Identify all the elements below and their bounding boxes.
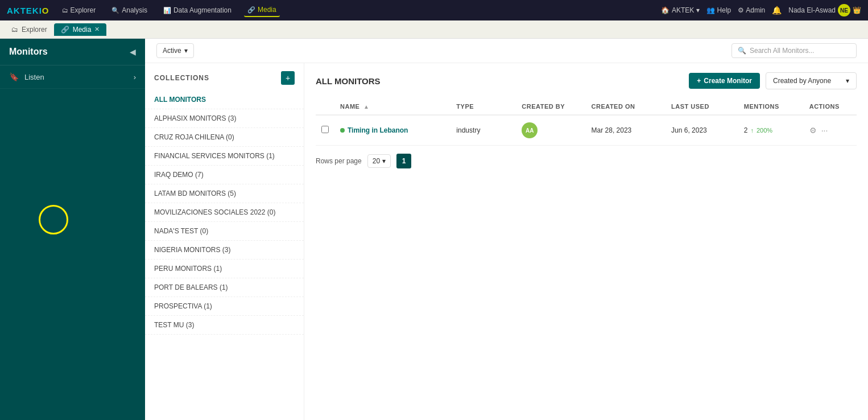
sidebar-header: Monitors ◀ — [0, 39, 145, 65]
collection-item-port-label: PORT DE BALEARS (1) — [154, 283, 228, 291]
admin-icon: ⚙ — [738, 6, 744, 14]
collection-item-nadas[interactable]: NADA'S TEST (0) — [145, 222, 304, 241]
collection-item-movilizaciones[interactable]: MOVILIZACIONES SOCIALES 2022 (0) — [145, 203, 304, 222]
row-mentions-cell: 2 ↑ 200% — [738, 115, 804, 146]
row-created-by-cell: AA — [516, 115, 585, 146]
help-label: Help — [717, 6, 731, 14]
active-filter-btn[interactable]: Active ▾ — [156, 43, 194, 58]
admin-btn[interactable]: ⚙ Admin — [738, 6, 765, 14]
top-nav-right: 🏠 AKTEK ▾ 👥 Help ⚙ Admin 🔔 Nada El-Aswad… — [661, 4, 861, 17]
created-by-btn[interactable]: Created by Anyone ▾ — [766, 72, 857, 89]
col-name-label: NAME — [340, 103, 359, 110]
collection-item-port[interactable]: PORT DE BALEARS (1) — [145, 278, 304, 297]
collection-item-financial[interactable]: FINANCIAL SERVICES MONITORS (1) — [145, 147, 304, 166]
collection-item-peru[interactable]: PERU MONITORS (1) — [145, 260, 304, 278]
analysis-icon: 🔍 — [111, 7, 119, 14]
filter-chevron-icon: ▾ — [184, 47, 188, 55]
tab-media[interactable]: 🔗 Media ✕ — [54, 23, 107, 36]
rows-per-page-value: 20 — [373, 157, 380, 165]
tab-close-icon[interactable]: ✕ — [94, 26, 100, 33]
search-box[interactable]: 🔍 Search All Monitors... — [731, 43, 857, 58]
explorer-icon: 🗂 — [62, 7, 68, 14]
mentions-count: 2 — [744, 126, 748, 134]
help-btn[interactable]: 👥 Help — [706, 6, 731, 14]
collection-item-all[interactable]: ALL MONITORS — [145, 90, 304, 109]
table-row: Timing in Lebanon industry AA — [316, 115, 857, 146]
nav-analysis[interactable]: 🔍 Analysis — [108, 4, 151, 17]
collection-item-prospectiva[interactable]: PROSPECTIVA (1) — [145, 297, 304, 316]
active-filter-label: Active — [163, 47, 181, 55]
tab-explorer[interactable]: 🗂 Explorer — [5, 23, 54, 36]
settings-action-icon[interactable]: ⚙ — [809, 126, 817, 135]
logo-o: O — [42, 6, 49, 15]
collections-list: ALL MONITORS ALPHASIX MONITORS (3) CRUZ … — [145, 90, 304, 420]
rows-per-page-select[interactable]: 20 ▾ — [367, 154, 391, 168]
collection-item-testmu[interactable]: TEST MU (3) — [145, 316, 304, 335]
trend-value: 200% — [757, 127, 772, 134]
monitors-table: NAME ▲ TYPE CREATED BY CREATED ON LAST U… — [316, 98, 857, 146]
notifications-btn[interactable]: 🔔 — [772, 6, 782, 15]
nav-explorer[interactable]: 🗂 Explorer — [59, 4, 100, 17]
top-nav: AKTEKIO 🗂 Explorer 🔍 Analysis 📊 Data Aug… — [0, 0, 868, 20]
created-by-label: Created by Anyone — [773, 77, 831, 85]
sidebar-collapse-btn[interactable]: ◀ — [130, 47, 136, 56]
help-icon: 👥 — [706, 6, 715, 14]
row-checkbox-cell[interactable] — [316, 115, 334, 146]
collection-item-financial-label: FINANCIAL SERVICES MONITORS (1) — [154, 152, 275, 160]
more-actions-icon[interactable]: ··· — [821, 126, 828, 135]
create-monitor-plus-icon: + — [697, 77, 701, 85]
created-on-date: Mar 28, 2023 — [592, 126, 632, 134]
table-body: Timing in Lebanon industry AA — [316, 115, 857, 146]
tab-bar: 🗂 Explorer 🔗 Media ✕ — [0, 20, 868, 39]
nav-media[interactable]: 🔗 Media — [244, 3, 280, 17]
row-name-cell: Timing in Lebanon — [334, 115, 450, 146]
monitors-top-bar: ALL MONITORS + Create Monitor Created by… — [316, 72, 857, 89]
home-icon: 🏠 — [661, 6, 669, 14]
row-last-used-cell: Jun 6, 2023 — [666, 115, 738, 146]
current-page: 1 — [402, 157, 406, 165]
logo-highlight: EKI — [26, 6, 42, 15]
monitors-actions: + Create Monitor Created by Anyone ▾ — [689, 72, 857, 89]
user-btn[interactable]: Nada El-Aswad NE 👑 — [788, 4, 861, 17]
row-checkbox[interactable] — [321, 126, 329, 133]
nav-data-augmentation[interactable]: 📊 Data Augmentation — [160, 4, 235, 17]
col-header-checkbox — [316, 98, 334, 115]
collection-item-cruz[interactable]: CRUZ ROJA CHILENA (0) — [145, 128, 304, 147]
add-collection-icon: + — [286, 73, 290, 83]
page-number-btn[interactable]: 1 — [396, 154, 411, 168]
collections-title: COLLECTIONS — [154, 74, 209, 82]
collection-item-iraq[interactable]: IRAQ DEMO (7) — [145, 166, 304, 184]
collection-item-latam[interactable]: LATAM BD MONITORS (5) — [145, 184, 304, 203]
col-header-type: TYPE — [450, 98, 516, 115]
sidebar-title: Monitors — [9, 47, 48, 57]
monitor-name-link[interactable]: Timing in Lebanon — [340, 126, 445, 134]
collection-item-peru-label: PERU MONITORS (1) — [154, 265, 222, 273]
created-by-initials: AA — [526, 127, 534, 134]
admin-label: Admin — [746, 6, 765, 14]
rows-select-chevron-icon: ▾ — [382, 157, 386, 165]
collection-item-nigeria[interactable]: NIGERIA MONITORS (3) — [145, 241, 304, 260]
user-name: Nada El-Aswad — [788, 6, 836, 14]
collection-item-alphasix-label: ALPHASIX MONITORS (3) — [154, 114, 236, 122]
col-header-name[interactable]: NAME ▲ — [334, 98, 450, 115]
last-used-date: Jun 6, 2023 — [671, 126, 707, 134]
nav-analysis-label: Analysis — [122, 6, 147, 14]
sidebar-item-listen[interactable]: 🔖 Listen › — [0, 65, 145, 89]
sort-icon: ▲ — [363, 104, 369, 110]
user-avatar-small: NE — [838, 4, 850, 17]
left-sidebar: Monitors ◀ 🔖 Listen › — [0, 39, 145, 420]
col-header-mentions: MENTIONS — [738, 98, 804, 115]
aktek-home-btn[interactable]: 🏠 AKTEK ▾ — [661, 6, 700, 14]
mentions-container: 2 ↑ 200% — [744, 126, 798, 134]
create-monitor-btn[interactable]: + Create Monitor — [689, 73, 760, 89]
collections-header: COLLECTIONS + — [145, 63, 304, 90]
collection-item-latam-label: LATAM BD MONITORS (5) — [154, 190, 236, 197]
collection-item-alphasix[interactable]: ALPHASIX MONITORS (3) — [145, 109, 304, 128]
create-monitor-label: Create Monitor — [704, 77, 752, 85]
aktek-label: AKTEK — [672, 6, 694, 14]
col-header-last-used: LAST USED — [666, 98, 738, 115]
col-header-actions: ACTIONS — [804, 98, 857, 115]
main-layout: Monitors ◀ 🔖 Listen › Active ▾ 🔍 — [0, 39, 868, 420]
content-topbar: Active ▾ 🔍 Search All Monitors... — [145, 39, 868, 63]
add-collection-btn[interactable]: + — [281, 71, 295, 85]
